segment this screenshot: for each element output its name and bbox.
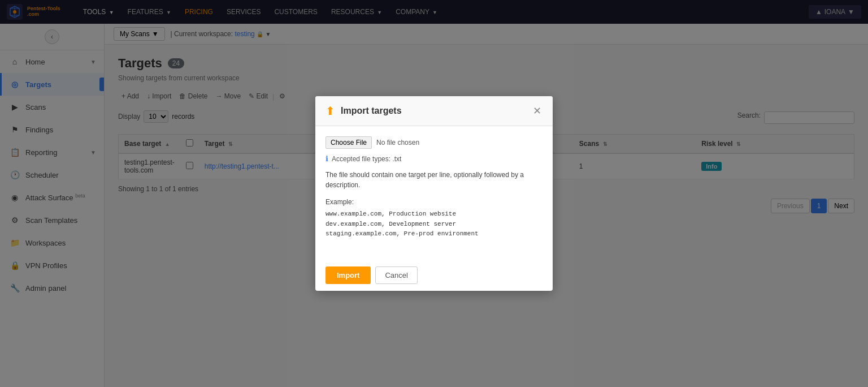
modal-body: Choose File No file chosen ℹ Accepted fi… <box>315 126 553 260</box>
example-line-2: dev.example.com, Development server <box>326 220 542 230</box>
choose-file-button[interactable]: Choose File <box>326 136 372 149</box>
example-line-1: www.example.com, Production website <box>326 209 542 220</box>
modal-cancel-label: Cancel <box>385 271 407 280</box>
modal-footer: Import Cancel <box>315 260 553 291</box>
file-input-row: Choose File No file chosen <box>326 136 542 149</box>
modal-description: The file should contain one target per l… <box>326 170 542 190</box>
no-file-label: No file chosen <box>376 139 419 147</box>
file-types-info-icon: ℹ <box>326 154 328 163</box>
modal-header: ⬆ Import targets ✕ <box>315 96 553 126</box>
modal-title: Import targets <box>341 106 526 116</box>
modal-upload-icon: ⬆ <box>326 104 335 118</box>
example-label: Example: <box>326 198 542 206</box>
example-line-3: staging.example.com, Pre-prod environmen… <box>326 229 542 239</box>
modal-import-label: Import <box>337 271 359 280</box>
modal-import-button[interactable]: Import <box>326 266 371 284</box>
example-code-block: www.example.com, Production website dev.… <box>326 209 542 239</box>
modal-overlay[interactable]: ⬆ Import targets ✕ Choose File No file c… <box>0 0 868 387</box>
file-types-row: ℹ Accepted file types: .txt <box>326 154 542 163</box>
modal-cancel-button[interactable]: Cancel <box>375 266 417 284</box>
choose-file-label: Choose File <box>331 139 367 147</box>
modal-close-button[interactable]: ✕ <box>532 106 542 116</box>
import-targets-modal: ⬆ Import targets ✕ Choose File No file c… <box>315 96 553 291</box>
file-types-text: Accepted file types: .txt <box>332 155 401 163</box>
